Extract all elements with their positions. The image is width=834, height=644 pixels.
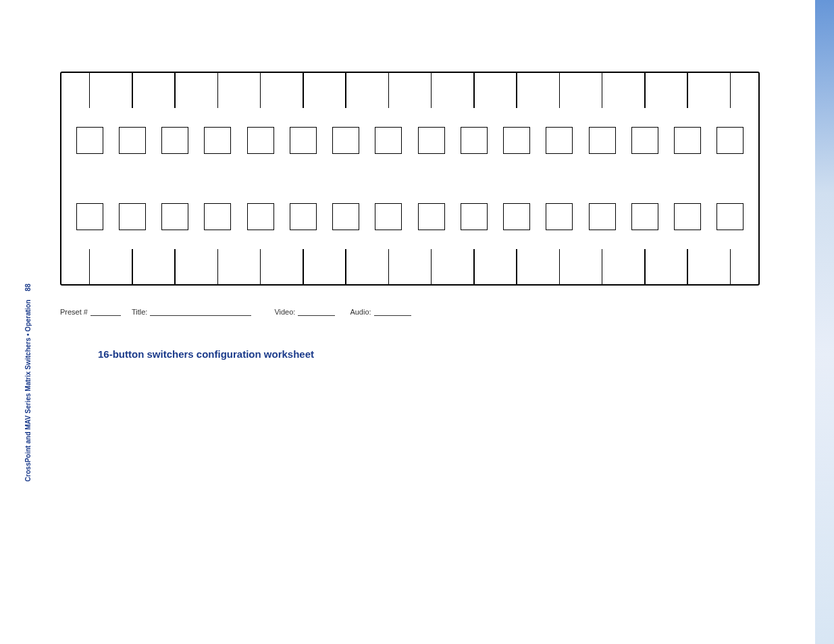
page-edge-gradient [815, 0, 834, 644]
io-box [247, 203, 274, 230]
tick-mark [132, 249, 133, 284]
io-box [631, 203, 658, 230]
io-box [204, 203, 231, 230]
io-box [247, 127, 274, 154]
io-box [418, 203, 445, 230]
io-box [631, 127, 658, 154]
page-number: 88 [24, 284, 32, 291]
tick-mark [260, 73, 261, 108]
io-box [674, 127, 701, 154]
title-blank [150, 308, 251, 316]
input-ticks-top [61, 73, 758, 108]
io-box [161, 127, 188, 154]
footer-title: CrossPoint and MAV Series Matrix Switche… [24, 300, 32, 482]
output-box-row [61, 203, 758, 230]
io-box [716, 203, 744, 230]
section-heading: 16-button switchers configuration worksh… [98, 348, 314, 360]
tick-mark [303, 73, 304, 108]
tick-mark [730, 249, 731, 284]
output-ticks-bottom [61, 249, 758, 284]
io-box [76, 203, 103, 230]
tick-mark [303, 249, 304, 284]
tick-mark [132, 73, 133, 108]
switcher-diagram [60, 72, 760, 286]
tick-mark [89, 73, 90, 108]
tick-mark [89, 249, 90, 284]
io-box [418, 127, 445, 154]
tick-mark [174, 73, 176, 108]
tick-mark [431, 73, 432, 108]
io-box [332, 203, 359, 230]
tick-mark [473, 73, 475, 108]
io-box [119, 127, 146, 154]
io-box [119, 203, 146, 230]
tick-mark [559, 249, 561, 284]
tick-mark [687, 249, 688, 284]
tick-mark [516, 73, 517, 108]
io-box [461, 203, 488, 230]
tick-mark [473, 249, 475, 284]
tick-mark [602, 73, 603, 108]
tick-mark [217, 73, 219, 108]
video-label: Video: [274, 308, 295, 316]
input-box-row [61, 127, 758, 154]
tick-mark [260, 249, 261, 284]
tick-mark [388, 73, 390, 108]
io-box [290, 203, 317, 230]
audio-label: Audio: [350, 308, 371, 316]
video-blank [298, 308, 335, 316]
tick-mark [516, 249, 517, 284]
tick-mark [345, 249, 346, 284]
io-box [589, 127, 616, 154]
io-box [503, 203, 530, 230]
io-box [290, 127, 317, 154]
io-box [76, 127, 103, 154]
io-box [204, 127, 231, 154]
tick-mark [388, 249, 390, 284]
tick-mark [345, 73, 346, 108]
tick-mark [217, 249, 219, 284]
preset-label: Preset # [60, 308, 88, 316]
io-box [546, 203, 573, 230]
page-content: Preset # Title: Video: Audio: 16-button … [0, 0, 815, 644]
io-box [375, 127, 402, 154]
title-label: Title: [132, 308, 147, 316]
tick-mark [687, 73, 688, 108]
io-box [332, 127, 359, 154]
io-box [503, 127, 530, 154]
tick-mark [602, 249, 603, 284]
io-box [161, 203, 188, 230]
footer-text: CrossPoint and MAV Series Matrix Switche… [24, 284, 32, 481]
io-box [461, 127, 488, 154]
io-box [716, 127, 744, 154]
preset-blank [90, 308, 121, 316]
tick-mark [644, 73, 646, 108]
io-box [375, 203, 402, 230]
io-box [674, 203, 701, 230]
tick-mark [730, 73, 731, 108]
audio-blank [374, 308, 411, 316]
io-box [589, 203, 616, 230]
tick-mark [431, 249, 432, 284]
tick-mark [644, 249, 646, 284]
io-box [546, 127, 573, 154]
preset-form-line: Preset # Title: Video: Audio: [60, 308, 414, 316]
tick-mark [174, 249, 176, 284]
tick-mark [559, 73, 561, 108]
